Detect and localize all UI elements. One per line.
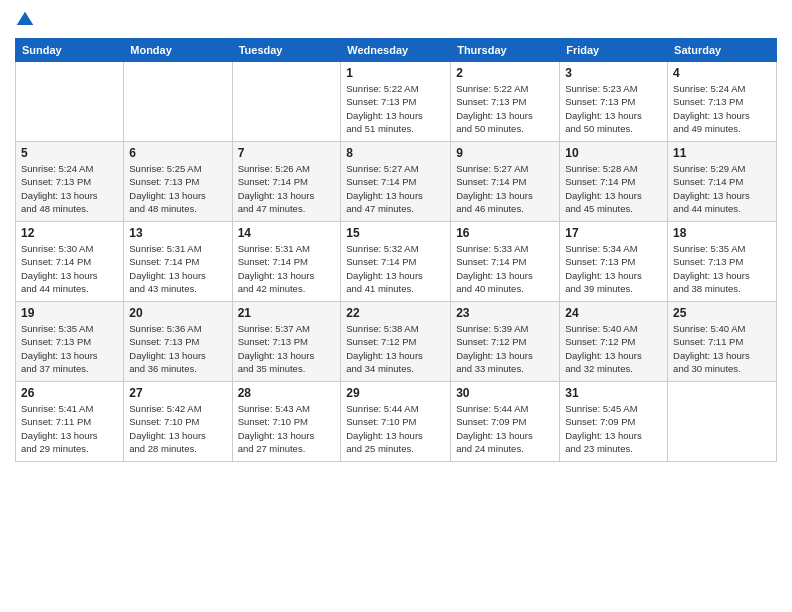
day-info: Sunrise: 5:44 AM Sunset: 7:09 PM Dayligh… (456, 402, 554, 455)
calendar-cell: 1Sunrise: 5:22 AM Sunset: 7:13 PM Daylig… (341, 62, 451, 142)
calendar-cell: 4Sunrise: 5:24 AM Sunset: 7:13 PM Daylig… (668, 62, 777, 142)
day-info: Sunrise: 5:44 AM Sunset: 7:10 PM Dayligh… (346, 402, 445, 455)
day-number: 3 (565, 66, 662, 80)
calendar-cell: 9Sunrise: 5:27 AM Sunset: 7:14 PM Daylig… (451, 142, 560, 222)
day-info: Sunrise: 5:36 AM Sunset: 7:13 PM Dayligh… (129, 322, 226, 375)
day-info: Sunrise: 5:26 AM Sunset: 7:14 PM Dayligh… (238, 162, 336, 215)
day-header-sunday: Sunday (16, 39, 124, 62)
calendar-cell: 18Sunrise: 5:35 AM Sunset: 7:13 PM Dayli… (668, 222, 777, 302)
day-number: 14 (238, 226, 336, 240)
calendar-cell: 15Sunrise: 5:32 AM Sunset: 7:14 PM Dayli… (341, 222, 451, 302)
day-number: 22 (346, 306, 445, 320)
calendar-cell: 29Sunrise: 5:44 AM Sunset: 7:10 PM Dayli… (341, 382, 451, 462)
calendar-cell: 27Sunrise: 5:42 AM Sunset: 7:10 PM Dayli… (124, 382, 232, 462)
calendar-cell: 8Sunrise: 5:27 AM Sunset: 7:14 PM Daylig… (341, 142, 451, 222)
day-info: Sunrise: 5:38 AM Sunset: 7:12 PM Dayligh… (346, 322, 445, 375)
day-number: 30 (456, 386, 554, 400)
day-info: Sunrise: 5:39 AM Sunset: 7:12 PM Dayligh… (456, 322, 554, 375)
day-number: 8 (346, 146, 445, 160)
calendar-cell (124, 62, 232, 142)
day-number: 29 (346, 386, 445, 400)
day-info: Sunrise: 5:42 AM Sunset: 7:10 PM Dayligh… (129, 402, 226, 455)
day-number: 17 (565, 226, 662, 240)
calendar-cell: 31Sunrise: 5:45 AM Sunset: 7:09 PM Dayli… (560, 382, 668, 462)
calendar-cell (232, 62, 341, 142)
day-number: 4 (673, 66, 771, 80)
day-number: 6 (129, 146, 226, 160)
calendar-cell: 17Sunrise: 5:34 AM Sunset: 7:13 PM Dayli… (560, 222, 668, 302)
day-number: 16 (456, 226, 554, 240)
day-info: Sunrise: 5:23 AM Sunset: 7:13 PM Dayligh… (565, 82, 662, 135)
day-header-monday: Monday (124, 39, 232, 62)
day-number: 23 (456, 306, 554, 320)
week-row-3: 19Sunrise: 5:35 AM Sunset: 7:13 PM Dayli… (16, 302, 777, 382)
day-number: 25 (673, 306, 771, 320)
day-info: Sunrise: 5:45 AM Sunset: 7:09 PM Dayligh… (565, 402, 662, 455)
day-info: Sunrise: 5:29 AM Sunset: 7:14 PM Dayligh… (673, 162, 771, 215)
calendar-cell: 6Sunrise: 5:25 AM Sunset: 7:13 PM Daylig… (124, 142, 232, 222)
day-header-wednesday: Wednesday (341, 39, 451, 62)
calendar-cell (668, 382, 777, 462)
day-number: 5 (21, 146, 118, 160)
day-info: Sunrise: 5:22 AM Sunset: 7:13 PM Dayligh… (346, 82, 445, 135)
week-row-4: 26Sunrise: 5:41 AM Sunset: 7:11 PM Dayli… (16, 382, 777, 462)
day-number: 20 (129, 306, 226, 320)
day-number: 21 (238, 306, 336, 320)
day-info: Sunrise: 5:27 AM Sunset: 7:14 PM Dayligh… (346, 162, 445, 215)
day-info: Sunrise: 5:25 AM Sunset: 7:13 PM Dayligh… (129, 162, 226, 215)
calendar-cell: 13Sunrise: 5:31 AM Sunset: 7:14 PM Dayli… (124, 222, 232, 302)
day-number: 10 (565, 146, 662, 160)
day-info: Sunrise: 5:24 AM Sunset: 7:13 PM Dayligh… (673, 82, 771, 135)
day-info: Sunrise: 5:27 AM Sunset: 7:14 PM Dayligh… (456, 162, 554, 215)
calendar-cell: 7Sunrise: 5:26 AM Sunset: 7:14 PM Daylig… (232, 142, 341, 222)
day-number: 1 (346, 66, 445, 80)
day-number: 9 (456, 146, 554, 160)
logo-icon (15, 10, 35, 30)
day-info: Sunrise: 5:28 AM Sunset: 7:14 PM Dayligh… (565, 162, 662, 215)
calendar-cell: 2Sunrise: 5:22 AM Sunset: 7:13 PM Daylig… (451, 62, 560, 142)
day-number: 27 (129, 386, 226, 400)
calendar-cell: 25Sunrise: 5:40 AM Sunset: 7:11 PM Dayli… (668, 302, 777, 382)
day-number: 19 (21, 306, 118, 320)
day-header-saturday: Saturday (668, 39, 777, 62)
day-header-thursday: Thursday (451, 39, 560, 62)
calendar-cell: 23Sunrise: 5:39 AM Sunset: 7:12 PM Dayli… (451, 302, 560, 382)
day-info: Sunrise: 5:40 AM Sunset: 7:12 PM Dayligh… (565, 322, 662, 375)
day-info: Sunrise: 5:31 AM Sunset: 7:14 PM Dayligh… (129, 242, 226, 295)
day-number: 13 (129, 226, 226, 240)
calendar-cell (16, 62, 124, 142)
calendar-cell: 5Sunrise: 5:24 AM Sunset: 7:13 PM Daylig… (16, 142, 124, 222)
calendar-cell: 19Sunrise: 5:35 AM Sunset: 7:13 PM Dayli… (16, 302, 124, 382)
calendar-cell: 11Sunrise: 5:29 AM Sunset: 7:14 PM Dayli… (668, 142, 777, 222)
day-number: 28 (238, 386, 336, 400)
calendar-cell: 14Sunrise: 5:31 AM Sunset: 7:14 PM Dayli… (232, 222, 341, 302)
page: SundayMondayTuesdayWednesdayThursdayFrid… (0, 0, 792, 612)
day-info: Sunrise: 5:31 AM Sunset: 7:14 PM Dayligh… (238, 242, 336, 295)
day-info: Sunrise: 5:24 AM Sunset: 7:13 PM Dayligh… (21, 162, 118, 215)
calendar-header-row: SundayMondayTuesdayWednesdayThursdayFrid… (16, 39, 777, 62)
calendar-cell: 26Sunrise: 5:41 AM Sunset: 7:11 PM Dayli… (16, 382, 124, 462)
calendar-cell: 16Sunrise: 5:33 AM Sunset: 7:14 PM Dayli… (451, 222, 560, 302)
day-info: Sunrise: 5:41 AM Sunset: 7:11 PM Dayligh… (21, 402, 118, 455)
day-info: Sunrise: 5:35 AM Sunset: 7:13 PM Dayligh… (21, 322, 118, 375)
calendar-cell: 12Sunrise: 5:30 AM Sunset: 7:14 PM Dayli… (16, 222, 124, 302)
day-number: 15 (346, 226, 445, 240)
day-info: Sunrise: 5:43 AM Sunset: 7:10 PM Dayligh… (238, 402, 336, 455)
calendar-cell: 28Sunrise: 5:43 AM Sunset: 7:10 PM Dayli… (232, 382, 341, 462)
day-info: Sunrise: 5:40 AM Sunset: 7:11 PM Dayligh… (673, 322, 771, 375)
logo (15, 10, 39, 30)
week-row-1: 5Sunrise: 5:24 AM Sunset: 7:13 PM Daylig… (16, 142, 777, 222)
day-info: Sunrise: 5:37 AM Sunset: 7:13 PM Dayligh… (238, 322, 336, 375)
day-number: 24 (565, 306, 662, 320)
header (15, 10, 777, 30)
day-number: 2 (456, 66, 554, 80)
day-info: Sunrise: 5:33 AM Sunset: 7:14 PM Dayligh… (456, 242, 554, 295)
day-number: 31 (565, 386, 662, 400)
day-info: Sunrise: 5:22 AM Sunset: 7:13 PM Dayligh… (456, 82, 554, 135)
week-row-2: 12Sunrise: 5:30 AM Sunset: 7:14 PM Dayli… (16, 222, 777, 302)
day-number: 11 (673, 146, 771, 160)
day-number: 7 (238, 146, 336, 160)
day-info: Sunrise: 5:30 AM Sunset: 7:14 PM Dayligh… (21, 242, 118, 295)
svg-marker-0 (17, 12, 34, 25)
day-info: Sunrise: 5:34 AM Sunset: 7:13 PM Dayligh… (565, 242, 662, 295)
